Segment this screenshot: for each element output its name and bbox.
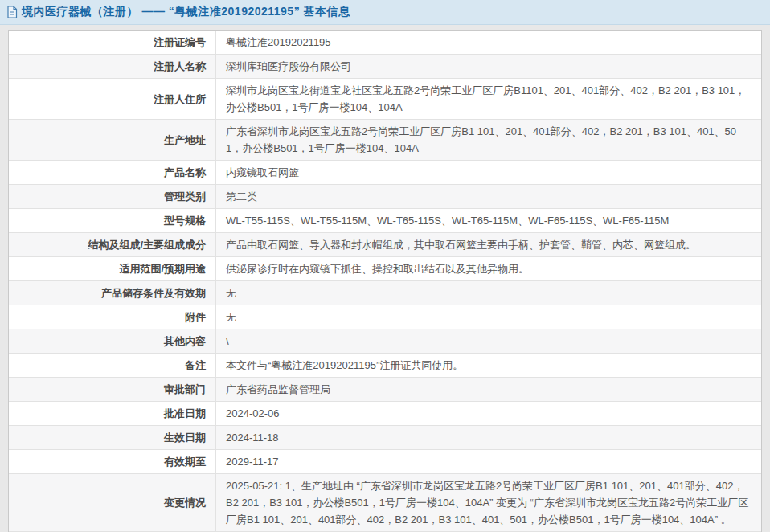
row-label-text: 产品名称 xyxy=(164,164,206,181)
row-value: 第二类 xyxy=(216,185,761,208)
table-row: 审批部门 广东省药品监督管理局 xyxy=(9,377,761,401)
row-value: 2025-05-21: 1、生产地址由 “广东省深圳市龙岗区宝龙五路2号尚荣工业… xyxy=(216,474,761,531)
row-label: 附件 xyxy=(9,305,216,329)
table-row: 注册人住所 深圳市龙岗区宝龙街道宝龙社区宝龙五路2号尚荣工业厂区厂房B1101、… xyxy=(9,78,761,119)
row-label: 有效期至 xyxy=(9,450,216,473)
row-label: 产品储存条件及有效期 xyxy=(9,281,216,305)
row-label: 批准日期 xyxy=(9,402,216,425)
row-label-text: 型号规格 xyxy=(164,212,206,229)
row-value: 无 xyxy=(216,281,761,305)
table-row: 产品名称 内窥镜取石网篮 xyxy=(9,160,761,184)
row-label-text: 产品储存条件及有效期 xyxy=(101,284,206,301)
table-row: 注册人名称 深圳库珀医疗股份有限公司 xyxy=(9,54,761,78)
row-label-text: 结构及组成/主要组成成分 xyxy=(88,236,206,253)
row-value: 2029-11-17 xyxy=(216,450,761,473)
row-label: 管理类别 xyxy=(9,185,216,208)
row-label-text: 注册人名称 xyxy=(154,58,206,75)
row-value: 粤械注准20192021195 xyxy=(216,31,761,54)
row-label: 变更情况 xyxy=(9,474,216,531)
row-value: WL-T55-115S、WL-T55-115M、WL-T65-115S、WL-T… xyxy=(216,209,761,232)
row-label-text: 生效日期 xyxy=(164,429,206,446)
row-value: 深圳库珀医疗股份有限公司 xyxy=(216,55,761,78)
row-label: 注册证编号 xyxy=(9,31,216,54)
table-row: 变更情况 2025-05-21: 1、生产地址由 “广东省深圳市龙岗区宝龙五路2… xyxy=(9,473,761,531)
row-label-text: 其他内容 xyxy=(164,333,206,350)
row-value: 广东省药品监督管理局 xyxy=(216,378,761,401)
row-label: 型号规格 xyxy=(9,209,216,232)
row-label: 其他内容 xyxy=(9,329,216,353)
table-row: 适用范围/预期用途 供泌尿诊疗时在内窥镜下抓住、操控和取出结石以及其他异物用。 xyxy=(9,256,761,280)
row-value: \ xyxy=(216,329,761,353)
row-value: 内窥镜取石网篮 xyxy=(216,161,761,184)
row-label-text: 批准日期 xyxy=(164,405,206,422)
row-value: 产品由取石网篮、导入器和封水帽组成，其中取石网篮主要由手柄、护套管、鞘管、内芯、… xyxy=(216,233,761,256)
row-label-text: 备注 xyxy=(185,357,206,374)
row-label: 审批部门 xyxy=(9,378,216,401)
row-label-text: 审批部门 xyxy=(164,381,206,398)
table-row: 有效期至 2029-11-17 xyxy=(9,449,761,473)
row-label-text: 附件 xyxy=(185,309,206,325)
table-row: 结构及组成/主要组成成分 产品由取石网篮、导入器和封水帽组成，其中取石网篮主要由… xyxy=(9,232,761,256)
row-label-text: 管理类别 xyxy=(164,188,206,205)
table-row: 产品储存条件及有效期 无 xyxy=(9,280,761,305)
page-title: 境内医疗器械（注册） —— “粤械注准20192021195” 基本信息 xyxy=(22,5,350,19)
row-label: 生效日期 xyxy=(9,426,216,449)
row-label: 产品名称 xyxy=(9,161,216,184)
page-header: 境内医疗器械（注册） —— “粤械注准20192021195” 基本信息 xyxy=(0,0,770,25)
table-row: 型号规格 WL-T55-115S、WL-T55-115M、WL-T65-115S… xyxy=(9,208,761,232)
row-label: 生产地址 xyxy=(9,120,216,160)
table-row: 其他内容 \ xyxy=(9,329,761,353)
row-value: 广东省深圳市龙岗区宝龙五路2号尚荣工业厂区厂房B1 101、201、401部分、… xyxy=(216,120,761,160)
table-row: 生产地址 广东省深圳市龙岗区宝龙五路2号尚荣工业厂区厂房B1 101、201、4… xyxy=(9,119,761,160)
row-value: 深圳市龙岗区宝龙街道宝龙社区宝龙五路2号尚荣工业厂区厂房B1101、201、40… xyxy=(216,79,761,119)
row-value: 无 xyxy=(216,305,761,329)
table-row: 附件 无 xyxy=(9,305,761,329)
table-row: 管理类别 第二类 xyxy=(9,184,761,208)
row-value: 本文件与“粤械注准20192021195”注册证共同使用。 xyxy=(216,354,761,377)
row-label: 适用范围/预期用途 xyxy=(9,257,216,280)
row-value: 2024-11-18 xyxy=(216,426,761,449)
row-label: 注册人住所 xyxy=(9,79,216,119)
table-row: 生效日期 2024-11-18 xyxy=(9,425,761,449)
row-label-text: 生产地址 xyxy=(164,132,206,149)
table-row: 批准日期 2024-02-06 xyxy=(9,401,761,425)
table-row: 注册证编号 粤械注准20192021195 xyxy=(9,31,761,54)
info-table: 注册证编号 粤械注准20192021195 注册人名称 深圳库珀医疗股份有限公司… xyxy=(8,30,762,532)
row-label: 备注 xyxy=(9,354,216,377)
row-label: 注册人名称 xyxy=(9,55,216,78)
row-label-text: 注册证编号 xyxy=(154,34,206,51)
row-label-text: 注册人住所 xyxy=(154,91,206,108)
page: { "header": { "title": "境内医疗器械（注册） —— “粤… xyxy=(0,0,770,532)
document-icon xyxy=(6,6,18,18)
row-label-text: 变更情况 xyxy=(164,494,206,511)
row-label-text: 有效期至 xyxy=(164,453,206,470)
table-row: 备注 本文件与“粤械注准20192021195”注册证共同使用。 xyxy=(9,353,761,377)
row-value: 供泌尿诊疗时在内窥镜下抓住、操控和取出结石以及其他异物用。 xyxy=(216,257,761,280)
row-value: 2024-02-06 xyxy=(216,402,761,425)
row-label-text: 适用范围/预期用途 xyxy=(119,260,206,277)
row-label: 结构及组成/主要组成成分 xyxy=(9,233,216,256)
